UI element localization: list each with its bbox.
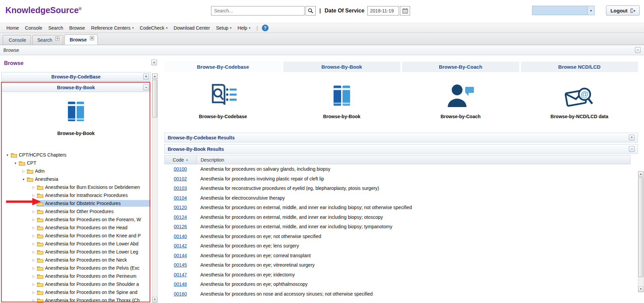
tree-item[interactable]: ▷Anesthesia for Procedures on the Should… <box>1 280 151 288</box>
menu-item-search[interactable]: Search <box>45 25 66 31</box>
tree-item[interactable]: ▷Anesthesia for Other Procedures <box>1 207 151 215</box>
date-of-service-input[interactable] <box>367 6 399 15</box>
code-link[interactable]: 00142 <box>174 243 187 248</box>
tree-item[interactable]: ▷Anesthesia for Procedures on the Lower … <box>1 240 151 248</box>
close-icon[interactable]: × <box>55 36 59 41</box>
scroll-down-button[interactable]: ▼ <box>152 297 157 302</box>
section-browse-by-book[interactable]: Browse-By-Book − <box>1 83 151 92</box>
tree-item[interactable]: ▷Anesthesia for Procedures on the Thorax… <box>1 296 151 303</box>
expand-node-icon[interactable]: ▷ <box>31 291 36 294</box>
tree-item[interactable]: ▾CPT <box>1 159 151 167</box>
tree-item[interactable]: ▾Anesthesia <box>1 175 151 183</box>
tab-browse-by-coach[interactable]: Browse-By-Coach <box>402 62 519 72</box>
tab-search[interactable]: Search× <box>32 35 63 45</box>
tree-item[interactable]: ▷Anesthesia for Procedures on the Neck <box>1 256 151 264</box>
collapse-node-icon[interactable]: ▾ <box>13 161 18 165</box>
menu-item-help[interactable]: Help▾ <box>235 25 253 31</box>
section-book-results[interactable]: Browse-By-Book Results − <box>164 144 638 154</box>
menu-item-reference-centers[interactable]: Reference Centers▾ <box>88 25 137 31</box>
expand-node-icon[interactable]: ▷ <box>31 266 36 270</box>
expand-node-icon[interactable]: ▷ <box>31 258 36 262</box>
code-link[interactable]: 00145 <box>174 262 187 268</box>
calendar-button[interactable] <box>400 6 410 15</box>
tree-item[interactable]: ▷Anesthesia for Procedures on the Perine… <box>1 272 151 280</box>
help-icon[interactable]: ? <box>262 25 269 31</box>
tree-item[interactable]: ▷Anesthesia for Procedures on the Head <box>1 224 151 232</box>
scroll-up-button[interactable]: ▲ <box>152 74 157 79</box>
code-link[interactable]: 00124 <box>174 214 187 220</box>
expand-section-button[interactable]: + <box>143 74 149 79</box>
coach-icon-wrap[interactable] <box>402 77 519 110</box>
scrollbar-thumb[interactable] <box>638 177 643 277</box>
code-link[interactable]: 00126 <box>174 224 187 229</box>
expand-node-icon[interactable]: ▷ <box>31 282 36 286</box>
menu-item-download-center[interactable]: Download Center <box>171 25 213 31</box>
collapse-node-icon[interactable]: ▾ <box>5 153 10 157</box>
tree-item[interactable]: ▷Anesthesia for Burn Excisions or Debrid… <box>1 183 151 191</box>
results-scrollbar[interactable]: ▲ ▼ <box>638 171 644 292</box>
close-icon[interactable]: × <box>90 36 94 40</box>
scrollbar-track[interactable] <box>152 79 157 297</box>
expand-node-icon[interactable]: ▷ <box>31 194 36 197</box>
search-button[interactable] <box>306 6 316 15</box>
column-header-description[interactable]: Description <box>197 156 630 164</box>
expand-node-icon[interactable]: ▷ <box>21 169 26 173</box>
code-link[interactable]: 00160 <box>174 291 187 297</box>
tree-item[interactable]: ▷Anesthesia for Procedures on the Knee a… <box>1 232 151 240</box>
sidebar-scrollbar[interactable]: ▲ ▼ <box>152 73 158 303</box>
section-codebase-results[interactable]: Browse-By-Codebase Results + <box>164 133 638 142</box>
column-header-code[interactable]: Code ▲ <box>165 156 197 164</box>
ncd-lcd-icon-wrap[interactable]: @ <box>521 77 638 110</box>
menu-item-codecheck[interactable]: CodeCheck▾ <box>137 25 171 31</box>
expand-node-icon[interactable]: ▷ <box>31 274 36 278</box>
expand-node-icon[interactable]: ▷ <box>31 250 36 254</box>
expand-node-icon[interactable]: ▷ <box>31 202 36 205</box>
code-link[interactable]: 00148 <box>174 281 187 287</box>
collapse-node-icon[interactable]: ▾ <box>21 177 26 181</box>
menu-item-setup[interactable]: Setup▾ <box>213 25 235 31</box>
code-link[interactable]: 00102 <box>174 176 187 181</box>
expand-node-icon[interactable]: ▷ <box>31 226 36 230</box>
tree-item[interactable]: ▷Anesthesia for Procedures on the Pelvis… <box>1 264 151 272</box>
collapse-sidebar-button[interactable]: « <box>151 60 157 65</box>
logout-button[interactable]: Logout <box>606 5 640 15</box>
menu-item-browse[interactable]: Browse <box>66 25 88 31</box>
code-link[interactable]: 00100 <box>174 166 187 172</box>
tab-browse[interactable]: Browse× <box>65 34 98 45</box>
expand-node-icon[interactable]: ▷ <box>31 234 36 238</box>
menu-item-home[interactable]: Home <box>3 25 22 31</box>
tab-browse-by-codebase[interactable]: Browse-By-Codebase <box>164 62 282 72</box>
scrollbar-track[interactable] <box>638 177 643 287</box>
scroll-up-button[interactable]: ▲ <box>638 171 643 177</box>
expand-results-button[interactable]: + <box>629 135 635 140</box>
collapse-section-button[interactable]: − <box>143 85 149 90</box>
expand-node-icon[interactable]: ▷ <box>31 299 36 302</box>
codebase-icon-wrap[interactable] <box>164 77 282 110</box>
tree-item[interactable]: ▷Anesthesia for Intrathoracic Procedures <box>1 191 151 199</box>
tab-browse-ncd-lcd[interactable]: Browse NCD/LCD <box>521 62 638 72</box>
chevron-down-icon[interactable]: ▾ <box>587 6 594 15</box>
tree-item[interactable]: ▾CPT/HCPCS Chapters <box>1 151 151 159</box>
tree-item[interactable]: ▷Anesthesia for Procedures on the Spine … <box>1 288 151 296</box>
code-link[interactable]: 00147 <box>174 272 187 277</box>
code-link[interactable]: 00104 <box>174 195 187 201</box>
tab-browse-by-book[interactable]: Browse-By-Book <box>283 62 401 72</box>
expand-node-icon[interactable]: ▷ <box>31 218 36 222</box>
account-combobox[interactable]: ▾ <box>532 6 595 15</box>
code-link[interactable]: 00140 <box>174 234 187 239</box>
collapse-panel-button[interactable]: − <box>635 47 641 53</box>
tab-console[interactable]: Console <box>3 35 31 45</box>
expand-node-icon[interactable]: ▷ <box>31 210 36 213</box>
menu-item-console[interactable]: Console <box>22 25 45 31</box>
code-link[interactable]: 00120 <box>174 205 187 210</box>
tree-item[interactable]: ▷Anesthesia for Procedures on the Lower … <box>1 248 151 256</box>
tree-item[interactable]: ▷Anesthesia for Procedures on the Forear… <box>1 215 151 224</box>
section-browse-by-codebase[interactable]: Browse-By-CodeBase + <box>1 72 151 81</box>
search-input[interactable] <box>211 6 305 15</box>
code-link[interactable]: 00103 <box>174 186 187 191</box>
scroll-down-button[interactable]: ▼ <box>638 287 643 292</box>
code-link[interactable]: 00144 <box>174 253 187 258</box>
tree-item[interactable]: ▷Adm <box>1 167 151 175</box>
expand-node-icon[interactable]: ▷ <box>31 242 36 246</box>
book-icon-wrap[interactable] <box>283 77 401 110</box>
